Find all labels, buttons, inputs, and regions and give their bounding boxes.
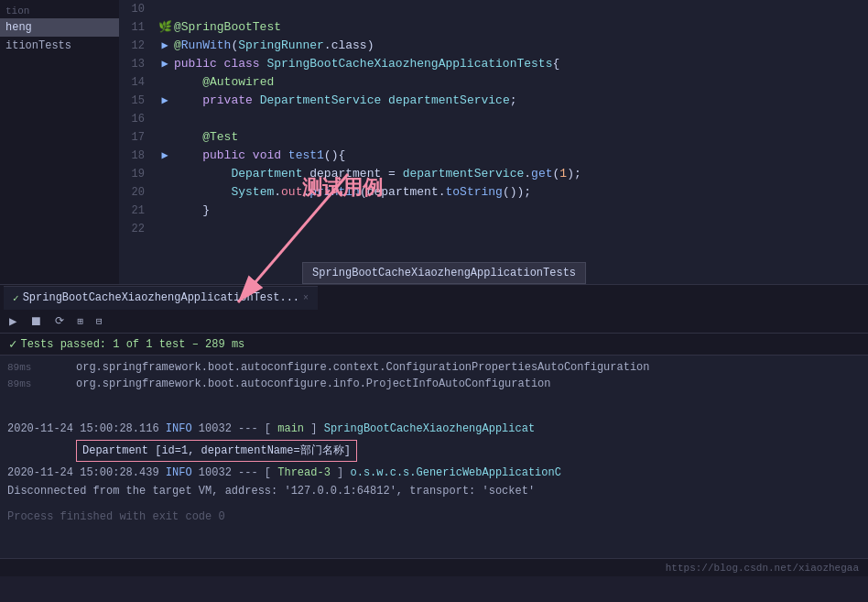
code-line-12: 12 ▶ @RunWith(SpringRunner.class) xyxy=(119,37,868,55)
console-line-2: 89ms org.springframework.boot.autoconfig… xyxy=(0,376,868,392)
code-line-14: 14 @Autowired xyxy=(119,73,868,92)
code-line-21: 21 } xyxy=(119,202,868,220)
code-lines: 10 11 🌿 @SpringBootTest 12 ▶ @RunWith(Sp… xyxy=(119,0,868,238)
console-spacer xyxy=(0,392,868,420)
bottom-tabs: ✓ SpringBootCacheXiaozhengApplicationTes… xyxy=(0,284,868,310)
sidebar-item-tests[interactable]: itionTests xyxy=(0,37,119,55)
rerun-btn[interactable]: ▶ xyxy=(5,312,20,331)
console-ts-line-1: 2020-11-24 15:00:28.116 INFO 10032 --- [… xyxy=(0,420,868,438)
code-line-11: 11 🌿 @SpringBootTest xyxy=(119,18,868,37)
stop-btn[interactable]: ⏹ xyxy=(26,312,46,331)
url-text: https://blog.csdn.net/xiaozhegaa xyxy=(666,563,859,574)
url-bar: https://blog.csdn.net/xiaozhegaa xyxy=(0,558,868,576)
run-arrow-icon-2: ▶ xyxy=(161,55,168,73)
code-line-20: 20 System.out.println(department.toStrin… xyxy=(119,183,868,202)
console-ts-line-2: 2020-11-24 15:00:28.439 INFO 10032 --- [… xyxy=(0,464,868,482)
sidebar-item-zheng[interactable]: heng xyxy=(0,18,119,37)
code-line-13: 13 ▶ public class SpringBootCacheXiaozhe… xyxy=(119,55,868,73)
dept-output-box: Department [id=1, departmentName=部门名称] xyxy=(76,440,357,462)
collapse-btn[interactable]: ⊟ xyxy=(92,313,106,329)
status-bar: ✓ Tests passed: 1 of 1 test – 289 ms xyxy=(0,334,868,356)
console-area[interactable]: 89ms org.springframework.boot.autoconfig… xyxy=(0,356,868,558)
code-line-17: 17 @Test xyxy=(119,128,868,147)
refresh-btn[interactable]: ⟳ xyxy=(51,312,68,330)
pass-text: Tests passed: 1 of 1 test – 289 ms xyxy=(20,338,244,351)
code-line-18: 18 ▶ public void test1(){ xyxy=(119,147,868,165)
tab-close-btn[interactable]: × xyxy=(303,293,309,303)
sidebar: tion heng itionTests xyxy=(0,0,119,284)
bottom-panel: ✓ SpringBootCacheXiaozhengApplicationTes… xyxy=(0,284,868,576)
console-disconnect-line: Disconnected from the target VM, address… xyxy=(0,482,868,500)
code-line-16: 16 xyxy=(119,110,868,128)
console-line-1: 89ms org.springframework.boot.autoconfig… xyxy=(0,359,868,376)
console-spacer2 xyxy=(0,500,868,508)
code-editor[interactable]: 10 11 🌿 @SpringBootTest 12 ▶ @RunWith(Sp… xyxy=(119,0,868,284)
code-line-22: 22 xyxy=(119,220,868,238)
run-arrow-icon: ▶ xyxy=(161,37,168,55)
expand-btn[interactable]: ⊞ xyxy=(73,313,87,329)
run-toolbar: ▶ ⏹ ⟳ ⊞ ⊟ xyxy=(0,310,868,334)
console-finish-line: Process finished with exit code 0 xyxy=(0,508,868,526)
sidebar-label: tion xyxy=(0,2,119,18)
code-line-10: 10 xyxy=(119,0,868,18)
pass-icon: ✓ xyxy=(9,336,16,352)
run-arrow-icon-3: ▶ xyxy=(161,92,168,110)
leaf-icon: 🌿 xyxy=(158,18,172,37)
run-arrow-icon-4: ▶ xyxy=(161,147,168,165)
test-pass-status: ✓ Tests passed: 1 of 1 test – 289 ms xyxy=(9,336,244,352)
class-tooltip: SpringBootCacheXiaozhengApplicationTests xyxy=(302,262,586,284)
tab-check-icon: ✓ xyxy=(13,292,19,304)
tab-run[interactable]: ✓ SpringBootCacheXiaozhengApplicationTes… xyxy=(4,286,318,310)
tab-label: SpringBootCacheXiaozhengApplicationTest.… xyxy=(23,291,299,304)
editor-area: tion heng itionTests 10 11 🌿 @SpringBoot… xyxy=(0,0,868,284)
console-dept-line: Department [id=1, departmentName=部门名称] xyxy=(0,438,868,464)
code-line-19: 19 Department department = departmentSer… xyxy=(119,165,868,183)
code-line-15: 15 ▶ private DepartmentService departmen… xyxy=(119,92,868,110)
